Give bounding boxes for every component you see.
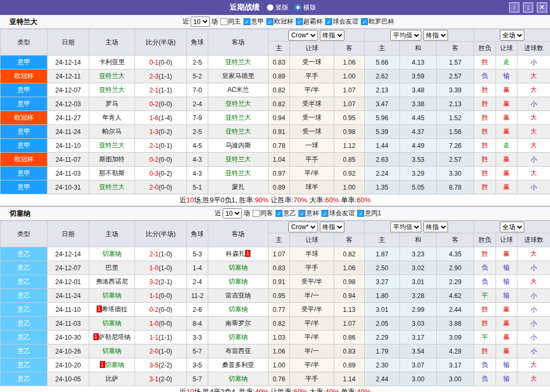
team-name-text: 卡利亚里 xyxy=(99,58,125,66)
odds-home: 0.82 xyxy=(269,97,290,111)
match-row: 意甲24-11-03那不勒斯0-3(0-2)4-3亚特兰大0.97平/半0.92… xyxy=(1,167,550,181)
avg-home: 1.79 xyxy=(365,344,400,358)
checkbox-unchecked-icon[interactable] xyxy=(221,18,227,25)
radio-horizontal-layout[interactable] xyxy=(295,4,301,11)
home-team: 巴里 xyxy=(89,261,135,275)
league-filter[interactable]: ✓欧罗巴杯 xyxy=(361,17,394,26)
checkbox-checked-icon[interactable]: ✓ xyxy=(298,210,305,217)
odds-home: 0.89 xyxy=(269,181,290,194)
avg-away: 3.09 xyxy=(437,331,474,344)
corner-score: 5-2 xyxy=(187,69,208,83)
odds-group-header: Crow* 终指 xyxy=(269,221,365,233)
bookmaker-select[interactable]: Crow* xyxy=(288,222,318,232)
result-cell: 胜 xyxy=(474,111,496,125)
bookmaker-select[interactable]: Crow* xyxy=(288,30,318,41)
recent-count-select[interactable]: 10 xyxy=(223,208,242,218)
checkbox-checked-icon[interactable]: ✓ xyxy=(266,18,273,25)
team-name-text: AC米兰 xyxy=(227,86,249,93)
league-badge: 欧冠杯 xyxy=(1,111,48,125)
half-time-score: (0-1) xyxy=(159,142,172,150)
team-name-text: 切塞纳 xyxy=(229,278,248,285)
corner-score: 2-4 xyxy=(187,97,208,111)
window-buttons: ↑ ↓ ✕ xyxy=(509,2,547,13)
checkbox-checked-icon[interactable]: ✓ xyxy=(296,18,303,25)
result-cell: 负 xyxy=(474,261,496,275)
league-badge: 意甲 xyxy=(1,56,48,69)
odds-away: 1.06 xyxy=(334,56,365,69)
average-select[interactable]: 平均值 xyxy=(390,30,421,41)
league-filter[interactable]: ✓球会友谊 xyxy=(321,209,355,218)
league-badge: 意甲 xyxy=(1,83,48,97)
league-filter[interactable]: ✓意丙1 xyxy=(357,209,381,218)
league-filter[interactable]: ✓意乙 xyxy=(276,209,296,218)
col-avg-home: 主 xyxy=(365,42,400,56)
full-match-select[interactable]: 全场 xyxy=(500,222,524,232)
corner-score: 7-0 xyxy=(187,83,208,97)
checkbox-checked-icon[interactable]: ✓ xyxy=(325,18,332,25)
full-time-score: 1-0 xyxy=(150,264,159,272)
move-down-button[interactable]: ↓ xyxy=(523,2,533,13)
move-up-button[interactable]: ↑ xyxy=(509,2,520,13)
league-badge: 意乙 xyxy=(1,317,48,331)
final-odds-select-2[interactable]: 终指 xyxy=(423,30,448,41)
match-date: 24-11-07 xyxy=(48,153,89,167)
league-filter[interactable]: ✓超霸杯 xyxy=(296,17,323,26)
match-row: 意乙24-10-301萨勒尼塔纳1-1(1-1)3-3切塞纳1.03平/半0.8… xyxy=(1,331,550,344)
recent-count-select[interactable]: 10 xyxy=(191,17,210,27)
odds-home: 0.94 xyxy=(269,111,290,125)
avg-away: 4.62 xyxy=(437,289,474,303)
match-row: 意甲24-12-14卡利亚里0-1(0-0)2-5亚特兰大0.83受一球1.06… xyxy=(1,56,550,69)
checkbox-unchecked-icon[interactable] xyxy=(253,210,260,217)
league-badge: 意乙 xyxy=(1,261,48,275)
half-time-score: (0-0) xyxy=(159,100,172,108)
checkbox-checked-icon[interactable]: ✓ xyxy=(321,210,328,217)
score-cell: 1-1(1-1) xyxy=(135,331,187,344)
close-button[interactable]: ✕ xyxy=(537,2,547,13)
checkbox-checked-icon[interactable]: ✓ xyxy=(361,18,368,25)
avg-home: 2.62 xyxy=(365,69,400,83)
home-team: 比萨 xyxy=(89,372,135,386)
league-filter[interactable]: ✓意甲 xyxy=(243,17,264,26)
league-filter[interactable]: ✓意杯 xyxy=(298,209,319,218)
home-team: 卡利亚里 xyxy=(89,56,135,69)
league-badge: 意甲 xyxy=(1,181,48,194)
league-filter[interactable]: ✓欧冠杯 xyxy=(266,17,293,26)
team-name-text: 年青人 xyxy=(103,114,122,121)
avg-draw: 4.13 xyxy=(400,56,437,69)
checkbox-checked-icon[interactable]: ✓ xyxy=(276,210,282,217)
score-cell: 1-0(0-0) xyxy=(135,317,187,331)
col-home: 主场 xyxy=(89,29,135,56)
result-cell: 负 xyxy=(474,358,496,372)
full-time-score: 2-0 xyxy=(150,184,159,191)
goals-result-cell: 大 xyxy=(517,83,550,97)
final-odds-select-1[interactable]: 终指 xyxy=(320,30,344,41)
checkbox-checked-icon[interactable]: ✓ xyxy=(243,18,250,25)
away-team: 南蒂罗尔 xyxy=(208,317,269,331)
full-time-score: 2-1 xyxy=(150,142,159,150)
same-side-filter[interactable]: 同主 xyxy=(221,17,241,26)
score-cell: 1-0(1-0) xyxy=(135,261,187,275)
average-select[interactable]: 平均值 xyxy=(390,222,421,232)
home-team: 那不勒斯 xyxy=(89,167,135,181)
handicap-result-cell: 赢 xyxy=(496,153,517,167)
league-filter-label: 意乙 xyxy=(283,209,296,218)
score-cell: 2-3(1-1) xyxy=(135,69,187,83)
final-odds-select-2[interactable]: 终指 xyxy=(423,222,448,232)
team-name-text: 萨勒尼塔纳 xyxy=(99,333,131,341)
checkbox-checked-icon[interactable]: ✓ xyxy=(357,210,364,217)
full-match-select[interactable]: 全场 xyxy=(500,30,524,41)
league-filter[interactable]: ✓球会友谊 xyxy=(325,17,358,26)
handicap-result-cell: 输 xyxy=(496,289,517,303)
team-name-text: 切塞纳 xyxy=(103,292,122,299)
match-row: 意乙24-10-201切塞纳3-5(2-2)3-5桑普多利亚1.00平/半0.8… xyxy=(1,358,550,372)
score-cell: 0-2(0-0) xyxy=(135,303,187,317)
team-name-text: 乌迪内斯 xyxy=(225,142,251,149)
same-side-filter[interactable]: 同客 xyxy=(253,209,273,218)
odds-handicap: 半球 xyxy=(290,247,334,261)
goals-result-cell: 小 xyxy=(517,261,550,275)
handicap-result-cell: 赢 xyxy=(496,303,517,317)
match-row: 欧冠杯24-11-07斯图加特0-2(0-0)4-3亚特兰大1.04平手0.85… xyxy=(1,153,550,167)
match-date: 24-12-03 xyxy=(48,97,89,111)
final-odds-select-1[interactable]: 终指 xyxy=(320,222,344,232)
radio-vertical-layout[interactable] xyxy=(267,4,273,11)
